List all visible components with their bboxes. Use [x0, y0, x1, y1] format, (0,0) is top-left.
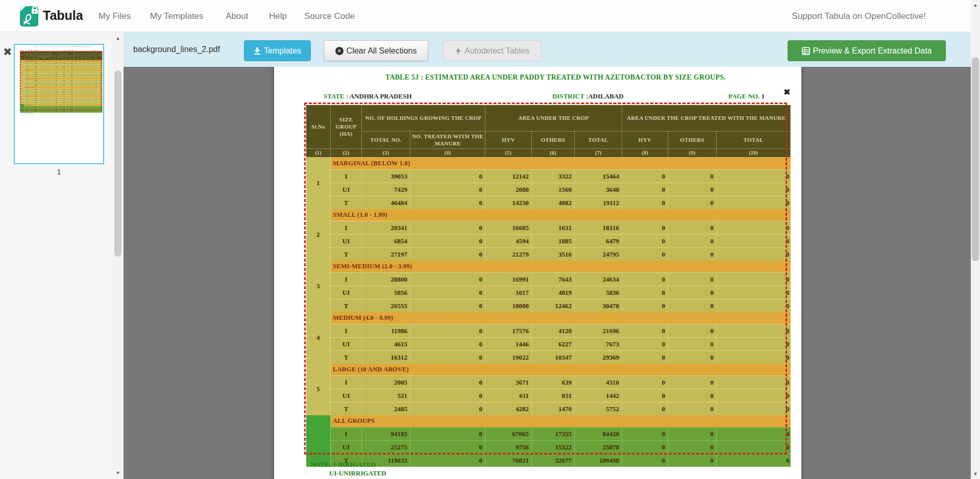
- data-cell: 0: [622, 221, 668, 234]
- data-cell: 17576: [485, 324, 532, 337]
- main-scroll-thumb[interactable]: [972, 57, 979, 261]
- table-row: T163120190221034729369000: [306, 350, 791, 364]
- nav-help[interactable]: Help: [269, 11, 287, 21]
- clear-button-label: Clear All Selections: [347, 46, 417, 56]
- data-cell: 0: [717, 299, 791, 312]
- data-cell: 0: [622, 169, 668, 183]
- spreadsheet-icon: [802, 47, 810, 55]
- data-cell: 3671: [485, 375, 532, 389]
- slno-cell: 5: [306, 364, 331, 415]
- main-scroll-down-icon[interactable]: ▼: [971, 471, 980, 477]
- data-cell: 24795: [575, 247, 622, 261]
- rowtype-cell: I: [331, 324, 362, 337]
- rowtype-cell: T: [331, 196, 362, 209]
- col-subheader: TOTAL: [717, 132, 791, 149]
- data-cell: 0: [622, 272, 668, 286]
- sidebar-scroll-down-icon[interactable]: ▼: [113, 470, 122, 476]
- data-cell: 16312: [362, 350, 410, 364]
- brand-title[interactable]: Tabula: [43, 8, 83, 23]
- save-icon: [254, 47, 261, 55]
- clear-all-selections-button[interactable]: ✕ Clear All Selections: [324, 40, 428, 61]
- slno-cell: 1: [306, 157, 331, 209]
- data-cell: 94185: [362, 427, 410, 440]
- rowtype-cell: UI: [331, 286, 362, 299]
- data-cell: 3516: [532, 247, 575, 261]
- data-cell: 0: [410, 350, 485, 364]
- group-label-cell: LARGE (10 AND ABOVE): [331, 364, 791, 376]
- page-thumbnail[interactable]: TABLE 5J : ESTIMATED AREA UNDER PADDY TR…: [14, 44, 104, 164]
- data-cell: 26555: [362, 299, 410, 312]
- data-cell: 0: [717, 169, 791, 183]
- col-subheader: HYV: [622, 132, 668, 149]
- sidebar-scroll-up-icon[interactable]: ▲: [113, 35, 122, 41]
- data-cell: 11986: [362, 324, 410, 337]
- toolbar: background_lines_2.pdf Templates ✕ Clear…: [124, 32, 971, 67]
- data-cell: 0: [717, 324, 791, 337]
- data-cell: 6854: [362, 234, 410, 247]
- nav-my-templates[interactable]: My Templates: [150, 11, 204, 21]
- table-row: I20800016991764324634000: [306, 272, 791, 286]
- data-cell: 0: [668, 234, 717, 247]
- col-header-size-group: SIZE GROUP (HA): [331, 105, 362, 149]
- col-number: (5): [485, 148, 532, 157]
- data-cell: 0: [410, 286, 485, 299]
- sidebar-scrollbar[interactable]: ▲ ▼: [113, 32, 122, 479]
- selection-close-icon[interactable]: ✖: [783, 88, 790, 96]
- main-scroll-up-icon[interactable]: ▲: [971, 2, 980, 8]
- col-number: (9): [668, 148, 717, 157]
- remove-page-icon[interactable]: ✖: [3, 46, 12, 57]
- data-cell: 0: [668, 402, 717, 415]
- data-cell: 18008: [485, 299, 532, 312]
- pdf-data-table: Sl.No SIZE GROUP (HA) NO. OF HOLDINGS GR…: [306, 105, 790, 467]
- autodetect-tables-button: Autodetect Tables: [443, 40, 542, 61]
- slno-cell: 3: [306, 261, 331, 312]
- col-header-holdings: NO. OF HOLDINGS GROWING THE CROP: [362, 105, 485, 132]
- data-cell: 6479: [575, 234, 622, 247]
- main-scrollbar[interactable]: ▲ ▼: [971, 0, 980, 479]
- table-row: I11986017576412021696000: [306, 324, 791, 337]
- table-row: UI52106118311442000: [306, 389, 791, 402]
- nav-my-files[interactable]: My Files: [99, 11, 131, 21]
- tabula-logo-icon[interactable]: [19, 5, 40, 28]
- data-cell: 0: [717, 221, 791, 234]
- data-cell: 0: [668, 272, 717, 286]
- table-row: T27197021279351624795000: [306, 247, 791, 261]
- rowtype-cell: UI: [331, 389, 362, 402]
- rowtype-cell: T: [331, 299, 362, 312]
- data-cell: 0: [717, 389, 791, 402]
- preview-export-button[interactable]: Preview & Export Extracted Data: [788, 40, 946, 61]
- data-cell: 4310: [575, 375, 622, 389]
- col-header-treated: AREA UNDER THE CROP TREATED WITH THE MAN…: [622, 105, 791, 132]
- rowtype-cell: I: [331, 272, 362, 286]
- data-cell: 0: [668, 389, 717, 402]
- group-header-row: 3SEMI-MEDIUM (2.0 - 3.99): [306, 261, 791, 273]
- thumbnail-page-number: 1: [14, 167, 104, 176]
- data-cell: 6227: [532, 337, 575, 350]
- data-cell: 0: [410, 453, 485, 467]
- rowtype-cell: UI: [331, 234, 362, 247]
- support-link[interactable]: Support Tabula on OpenCollective!: [792, 11, 926, 21]
- data-cell: 1446: [485, 337, 532, 350]
- nav-source-code[interactable]: Source Code: [304, 11, 355, 21]
- data-cell: 3322: [532, 169, 575, 183]
- data-cell: 5836: [575, 286, 622, 299]
- data-cell: 0: [717, 234, 791, 247]
- col-subheader: OTHERS: [532, 132, 575, 149]
- col-number: (1): [306, 148, 331, 157]
- data-cell: 0: [622, 299, 668, 312]
- data-cell: 0: [668, 299, 717, 312]
- data-cell: 0: [668, 196, 717, 209]
- data-cell: 0: [668, 286, 717, 299]
- templates-button[interactable]: Templates: [244, 40, 311, 61]
- data-cell: 0: [668, 169, 717, 183]
- rowtype-cell: I: [331, 221, 362, 234]
- export-button-label: Preview & Export Extracted Data: [813, 46, 932, 56]
- data-cell: 0: [668, 427, 717, 440]
- data-cell: 0: [668, 375, 717, 389]
- data-cell: 0: [717, 375, 791, 389]
- nav-about[interactable]: About: [226, 11, 248, 21]
- data-cell: 1442: [575, 389, 622, 402]
- data-cell: 0: [622, 337, 668, 350]
- sidebar-scroll-thumb[interactable]: [114, 70, 121, 257]
- data-cell: 2088: [485, 183, 532, 196]
